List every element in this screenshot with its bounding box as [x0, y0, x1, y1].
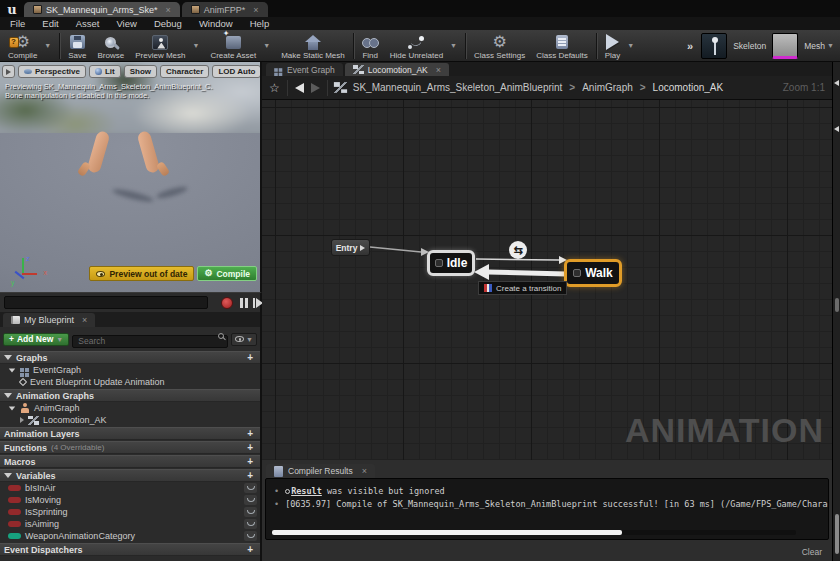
browse-button[interactable]: Browse	[98, 32, 125, 60]
perspective-button[interactable]: Perspective	[18, 65, 86, 78]
tree-item-locomotion-ak[interactable]: Locomotion_AK	[0, 414, 260, 426]
preview-viewport[interactable]: Perspective Lit Show Character LOD Auto …	[0, 62, 262, 292]
breadcrumb-locomotion[interactable]: Locomotion_AK	[653, 82, 724, 93]
add-new-button[interactable]: + Add New ▼	[3, 333, 69, 346]
show-button[interactable]: Show	[124, 65, 157, 78]
back-arrow-icon[interactable]	[295, 83, 304, 93]
preview-mesh-dropdown-icon[interactable]: ▼	[192, 42, 199, 49]
viewport-options-button[interactable]	[2, 65, 15, 78]
state-node-walk[interactable]: Walk	[564, 259, 622, 287]
skeleton-label[interactable]: Skeleton	[733, 41, 766, 51]
variable-row[interactable]: isAiming	[0, 518, 260, 530]
forward-arrow-icon[interactable]	[311, 83, 320, 93]
animation-layers-section-header[interactable]: Animation Layers +	[0, 427, 260, 440]
state-machine-canvas[interactable]: Entry Idle ⇆ Walk Create a transition AN…	[262, 100, 832, 460]
visibility-toggle[interactable]	[244, 531, 257, 541]
variable-row[interactable]: bIsInAir	[0, 482, 260, 494]
create-asset-button[interactable]: Create Asset	[210, 32, 256, 60]
collapsed-icon[interactable]	[20, 417, 24, 423]
expand-panel-icon[interactable]	[834, 126, 839, 132]
menu-help[interactable]: Help	[250, 18, 270, 29]
menu-window[interactable]: Window	[199, 18, 233, 29]
compiler-log[interactable]: •Result was visible but ignored •[0635.9…	[265, 478, 829, 540]
bookmark-star-icon[interactable]: ☆	[269, 82, 280, 94]
add-graph-button[interactable]: +	[247, 353, 253, 363]
hide-unrelated-button[interactable]: Hide Unrelated	[390, 32, 443, 60]
lit-button[interactable]: Lit	[89, 65, 121, 78]
visibility-filter-button[interactable]: ▼	[231, 333, 257, 346]
lod-auto-button[interactable]: LOD Auto	[212, 65, 261, 78]
tree-item-eventgraph[interactable]: EventGraph	[0, 364, 260, 376]
compiler-results-tab[interactable]: Compiler Results ×	[266, 464, 375, 478]
close-icon[interactable]: ×	[166, 5, 171, 15]
scrollbar-thumb[interactable]	[835, 298, 839, 312]
asset-tab-skeleton-animblueprint[interactable]: SK_Mannequin_Arms_Ske* ×	[24, 2, 180, 17]
breadcrumb-animgraph[interactable]: AnimGraph	[582, 82, 633, 93]
animation-graphs-section-header[interactable]: Animation Graphs	[0, 389, 260, 402]
result-link[interactable]: Result	[291, 486, 322, 496]
visibility-toggle[interactable]	[244, 507, 257, 517]
class-settings-button[interactable]: ⚙ Class Settings	[474, 32, 525, 60]
tree-item-event-update-animation[interactable]: Event Blueprint Update Animation	[0, 376, 260, 388]
save-button[interactable]: Save	[68, 32, 86, 60]
expand-icon[interactable]	[4, 393, 12, 398]
event-dispatchers-section-header[interactable]: Event Dispatchers +	[0, 543, 260, 556]
menu-edit[interactable]: Edit	[42, 18, 58, 29]
character-button[interactable]: Character	[160, 65, 209, 78]
entry-node[interactable]: Entry	[331, 239, 370, 256]
graphs-section-header[interactable]: Graphs +	[0, 351, 260, 364]
search-input[interactable]	[72, 335, 228, 348]
skeleton-thumbnail[interactable]	[701, 33, 727, 59]
my-blueprint-tab[interactable]: My Blueprint ×	[3, 313, 95, 327]
add-animation-layer-button[interactable]: +	[247, 429, 253, 439]
visibility-toggle[interactable]	[244, 519, 257, 529]
asset-tab-animfpp[interactable]: AnimFPP* ×	[182, 2, 268, 17]
mesh-thumbnail[interactable]	[772, 33, 798, 59]
add-event-dispatcher-button[interactable]: +	[247, 545, 253, 555]
scrollbar-thumb[interactable]	[272, 530, 622, 535]
preview-out-of-date-button[interactable]: Preview out of date	[89, 266, 194, 281]
scrollbar-thumb[interactable]	[835, 514, 839, 554]
find-button[interactable]: Find	[362, 32, 379, 60]
variables-section-header[interactable]: Variables +	[0, 469, 260, 482]
menu-view[interactable]: View	[116, 18, 136, 29]
clear-button[interactable]: Clear	[802, 547, 822, 557]
add-variable-button[interactable]: +	[247, 471, 253, 481]
preview-mesh-button[interactable]: Preview Mesh	[135, 32, 185, 60]
expand-icon[interactable]	[9, 406, 15, 410]
entry-output-pin[interactable]	[360, 245, 365, 251]
variable-row[interactable]: WeaponAnimationCategory	[0, 530, 260, 542]
add-macro-button[interactable]: +	[247, 457, 253, 467]
add-function-button[interactable]: +	[247, 443, 253, 453]
close-icon[interactable]: ×	[82, 315, 87, 325]
timeline-field[interactable]	[4, 296, 208, 309]
tab-locomotion-ak[interactable]: Locomotion_AK ×	[345, 63, 449, 76]
expand-icon[interactable]	[4, 473, 12, 478]
horizontal-scrollbar[interactable]	[272, 530, 796, 535]
tab-event-graph[interactable]: Event Graph	[266, 63, 343, 76]
close-icon[interactable]: ×	[253, 5, 258, 15]
expand-icon[interactable]	[4, 355, 12, 360]
viewport-compile-button[interactable]: ⚙ Compile	[197, 266, 257, 281]
toolbar-overflow-icon[interactable]: »	[687, 40, 693, 52]
create-asset-dropdown-icon[interactable]: ▼	[263, 42, 270, 49]
pause-button[interactable]	[240, 298, 248, 308]
mesh-label[interactable]: Mesh	[804, 41, 825, 51]
menu-asset[interactable]: Asset	[76, 18, 100, 29]
functions-section-header[interactable]: Functions (4 Overridable) +	[0, 441, 260, 454]
class-defaults-button[interactable]: Class Defaults	[536, 32, 588, 60]
close-icon[interactable]: ×	[436, 65, 441, 75]
variable-row[interactable]: IsSprinting	[0, 506, 260, 518]
mesh-dropdown-icon[interactable]: ▼	[827, 42, 834, 49]
hide-unrelated-dropdown-icon[interactable]: ▼	[450, 42, 457, 49]
play-dropdown-icon[interactable]: ▼	[627, 42, 634, 49]
expand-icon[interactable]	[9, 368, 15, 372]
record-button[interactable]	[221, 297, 233, 309]
visibility-toggle[interactable]	[244, 495, 257, 505]
state-node-idle[interactable]: Idle	[427, 250, 475, 276]
breadcrumb-root[interactable]: SK_Mannequin_Arms_Skeleton_AnimBlueprint	[353, 82, 563, 93]
play-button[interactable]: Play	[605, 32, 621, 60]
compile-dropdown-icon[interactable]: ▼	[44, 42, 51, 49]
transition-rule-icon[interactable]: ⇆	[509, 241, 527, 259]
menu-file[interactable]: File	[10, 18, 25, 29]
